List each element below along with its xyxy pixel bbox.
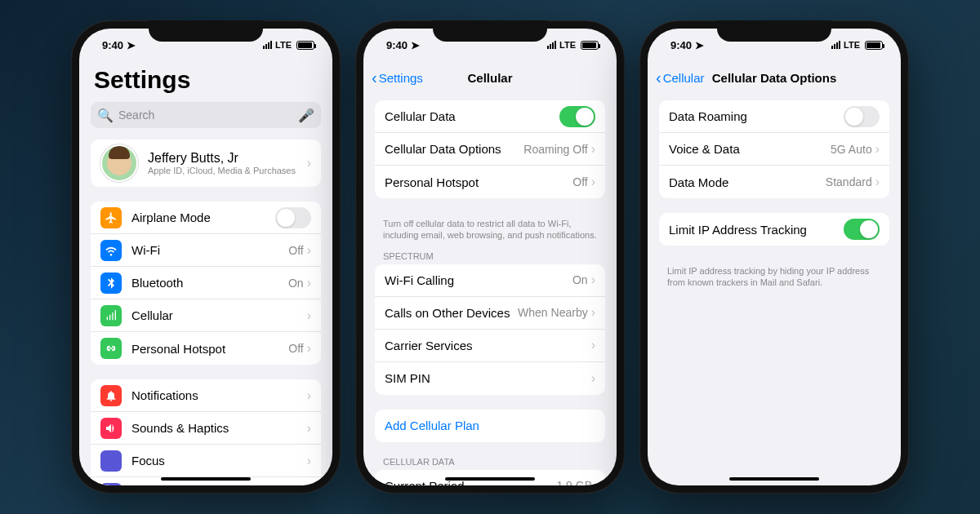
chevron-right-icon: › (591, 371, 595, 386)
row-value: When Nearby (518, 306, 588, 319)
row-label: Calls on Other Devices (385, 306, 518, 320)
search-input[interactable]: 🔍 Search 🎤 (91, 102, 321, 128)
wi-fi-icon (100, 240, 122, 261)
row-value: 5G Auto (831, 143, 872, 156)
search-placeholder: Search (118, 109, 154, 122)
location-icon: ➤ (411, 39, 420, 51)
row-voice-data[interactable]: Voice & Data5G Auto› (659, 133, 889, 166)
home-indicator[interactable] (445, 477, 535, 481)
section-cellular-data: CELLULAR DATA (363, 457, 617, 470)
chevron-right-icon: › (591, 338, 595, 352)
page-title: Settings (79, 61, 332, 102)
row-wi-fi-calling[interactable]: Wi-Fi CallingOn› (375, 264, 605, 297)
row-airplane-mode[interactable]: Airplane Mode (91, 202, 321, 234)
back-label: Cellular (663, 71, 705, 85)
status-time: 9:40 (102, 39, 123, 51)
chevron-right-icon: › (307, 388, 311, 403)
home-indicator[interactable] (161, 477, 251, 481)
row-data-mode[interactable]: Data ModeStandard› (659, 166, 889, 198)
chevron-right-icon: › (591, 305, 595, 320)
network-label: LTE (844, 40, 860, 50)
add-plan-card: Add Cellular Plan (375, 410, 605, 442)
battery-icon (296, 41, 314, 50)
row-data-roaming[interactable]: Data Roaming (659, 100, 889, 133)
cellular-group-carrier: Wi-Fi CallingOn›Calls on Other DevicesWh… (375, 264, 605, 395)
row-sounds-haptics[interactable]: Sounds & Haptics› (91, 412, 321, 445)
row-cellular-data-options[interactable]: Cellular Data OptionsRoaming Off› (375, 133, 605, 166)
chevron-right-icon: › (591, 273, 595, 287)
row-label: Personal Hotspot (131, 342, 288, 356)
chevron-right-icon: › (307, 454, 311, 468)
row-label: Focus (131, 454, 307, 467)
toggle[interactable] (275, 207, 311, 228)
phone-settings: 9:40➤ LTE Settings 🔍 Search 🎤 Jeffery Bu… (71, 20, 341, 494)
row-bluetooth[interactable]: BluetoothOn› (91, 267, 321, 299)
options-group-main: Data RoamingVoice & Data5G Auto›Data Mod… (659, 100, 889, 198)
focus-icon (100, 450, 122, 472)
toggle[interactable] (844, 219, 880, 240)
battery-icon (865, 41, 883, 50)
notifications-icon (100, 385, 122, 406)
network-label: LTE (275, 40, 292, 50)
row-value: Off (288, 342, 303, 355)
chevron-right-icon: › (307, 243, 311, 258)
chevron-right-icon: › (875, 142, 880, 157)
add-plan-label: Add Cellular Plan (385, 419, 595, 432)
row-calls-on-other-devices[interactable]: Calls on Other DevicesWhen Nearby› (375, 297, 605, 330)
row-value: On (288, 277, 304, 290)
settings-group-connectivity: Airplane ModeWi-FiOff›BluetoothOn›Cellul… (91, 202, 321, 365)
chevron-right-icon: › (307, 156, 311, 171)
notch (717, 20, 831, 42)
row-value: On (572, 273, 588, 286)
row-label: Wi-Fi (131, 243, 288, 257)
back-label: Settings (379, 71, 423, 85)
section-spectrum: SPECTRUM (363, 251, 617, 264)
chevron-right-icon: › (591, 142, 595, 157)
toggle[interactable] (844, 106, 880, 127)
nav-bar: ‹Settings Cellular (363, 61, 617, 94)
add-cellular-plan[interactable]: Add Cellular Plan (375, 410, 605, 442)
avatar (100, 144, 138, 182)
row-label: Notifications (131, 388, 307, 402)
sounds-haptics-icon (100, 418, 122, 439)
row-sim-pin[interactable]: SIM PIN› (375, 362, 605, 395)
cellular-group-main: Cellular DataCellular Data OptionsRoamin… (375, 100, 605, 198)
row-notifications[interactable]: Notifications› (91, 379, 321, 412)
back-button[interactable]: ‹Cellular (656, 69, 705, 87)
row-label: Bluetooth (131, 276, 288, 290)
signal-icon (831, 41, 840, 49)
personal-hotspot-icon (100, 338, 122, 359)
row-label: Data Mode (669, 175, 826, 189)
row-label: Cellular (131, 308, 307, 322)
chevron-left-icon: ‹ (372, 69, 377, 87)
chevron-right-icon: › (307, 421, 311, 436)
screen-time-icon (100, 483, 122, 485)
phone-cellular: 9:40➤ LTE ‹Settings Cellular Cellular Da… (355, 20, 625, 494)
row-limit-ip-address-tracking[interactable]: Limit IP Address Tracking (659, 213, 889, 246)
chevron-left-icon: ‹ (656, 69, 662, 87)
chevron-right-icon: › (307, 308, 311, 323)
row-cellular[interactable]: Cellular› (91, 299, 321, 332)
row-focus[interactable]: Focus› (91, 445, 321, 477)
nav-bar: ‹Cellular Cellular Data Options (648, 61, 901, 94)
search-icon: 🔍 (97, 108, 114, 123)
row-personal-hotspot[interactable]: Personal HotspotOff› (91, 332, 321, 365)
row-label: SIM PIN (385, 371, 591, 385)
profile-sub: Apple ID, iCloud, Media & Purchases (148, 166, 307, 175)
phone-data-options: 9:40➤ LTE ‹Cellular Cellular Data Option… (639, 20, 909, 494)
back-button[interactable]: ‹Settings (372, 69, 423, 87)
location-icon: ➤ (127, 39, 136, 51)
row-label: Voice & Data (669, 142, 831, 156)
row-personal-hotspot[interactable]: Personal HotspotOff› (375, 166, 605, 198)
row-label: Limit IP Address Tracking (669, 223, 844, 237)
row-cellular-data[interactable]: Cellular Data (375, 100, 605, 133)
row-carrier-services[interactable]: Carrier Services› (375, 330, 605, 362)
row-value: 1.9 GB (556, 479, 592, 485)
home-indicator[interactable] (729, 477, 819, 481)
profile-card[interactable]: Jeffery Butts, Jr Apple ID, iCloud, Medi… (91, 140, 321, 187)
row-wi-fi[interactable]: Wi-FiOff› (91, 234, 321, 267)
row-label: Personal Hotspot (385, 175, 572, 189)
limit-ip-hint: Limit IP address tracking by hiding your… (648, 260, 901, 299)
toggle[interactable] (559, 106, 595, 127)
signal-icon (547, 41, 556, 49)
